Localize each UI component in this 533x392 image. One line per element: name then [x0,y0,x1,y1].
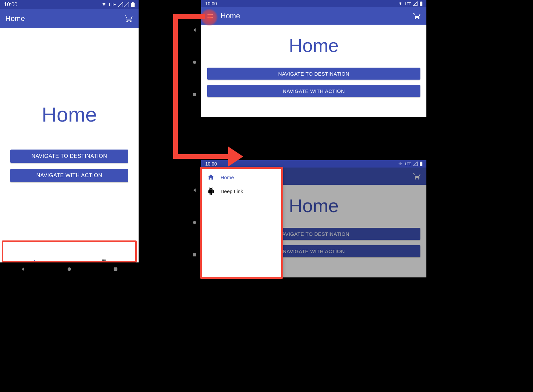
phone-portrait-frame: 10:00 LTE Home Home Navigate to Destinat [0,0,139,276]
navigate-destination-button[interactable]: Navigate to Destination [10,150,128,163]
battery-icon [131,2,135,7]
recents-icon[interactable] [113,266,119,272]
page-heading: Home [42,103,97,126]
status-bar: 10:00 LTE [201,160,426,168]
wifi-icon [398,162,403,166]
wifi-icon [398,2,403,6]
drawer-item-deeplink[interactable]: Deep Link [201,184,281,198]
home-icon [207,174,215,181]
status-right: LTE [398,1,422,6]
main-content: Home Navigate to Destination Navigate wi… [0,28,139,256]
status-right: LTE [398,162,422,166]
status-bar: 10:00 LTE [201,0,426,7]
drawer-item-label: Deep Link [221,189,243,194]
status-bar: 10:00 LTE [0,0,139,9]
recents-icon[interactable] [192,252,197,257]
status-right: LTE [101,2,135,7]
drawer-item-label: Home [221,175,234,180]
drawer-item-home[interactable]: Home [201,170,281,184]
signal-triangle-icon [124,2,129,7]
lte-label: LTE [109,2,116,7]
navigate-action-button[interactable]: Navigate with Action [207,85,420,97]
cart-icon[interactable] [125,14,133,23]
battery-icon [420,162,422,166]
back-icon[interactable] [192,188,197,193]
lte-label: LTE [405,162,411,166]
recents-icon[interactable] [192,92,197,97]
system-navigation-bar [0,262,139,276]
signal-triangle-icon [413,162,418,166]
lte-label: LTE [405,2,411,6]
svg-rect-3 [193,93,196,96]
status-time: 10:00 [205,1,217,6]
main-content: Home Navigate to Destination Navigate wi… [201,25,426,117]
svg-rect-5 [193,253,196,256]
home-sys-icon[interactable] [192,60,197,65]
back-icon[interactable] [20,266,26,272]
home-sys-icon[interactable] [66,266,72,272]
tablet-landscape-frame-before: 10:00 LTE Home Home Navigate to Destinat… [201,0,426,117]
app-toolbar: Home [201,7,426,25]
wifi-icon [101,2,107,7]
page-heading: Home [289,35,338,56]
app-toolbar: Home [0,9,139,28]
signal-triangle-icon [413,1,418,6]
system-navigation-bar [188,168,201,277]
hamburger-icon[interactable] [207,12,214,20]
status-time: 10:00 [205,161,217,167]
navigate-destination-button[interactable]: Navigate to Destination [207,68,420,80]
signal-icon [118,2,123,7]
toolbar-title: Home [221,12,406,20]
svg-point-4 [193,221,196,224]
svg-point-2 [193,61,196,64]
android-icon [207,188,215,195]
battery-icon [420,1,422,6]
svg-point-0 [68,267,71,271]
back-icon[interactable] [192,27,197,33]
navigation-drawer: Home Deep Link [201,168,281,277]
toolbar-title: Home [5,14,118,23]
home-sys-icon[interactable] [192,220,197,225]
cart-icon[interactable] [413,12,421,20]
tablet-landscape-frame-after: 10:00 LTE Home Home Navigate to Destinat… [201,160,426,277]
system-navigation-bar [188,7,201,117]
navigate-action-button[interactable]: Navigate with Action [10,169,128,182]
status-time: 10:00 [4,2,17,8]
svg-rect-1 [114,267,117,271]
